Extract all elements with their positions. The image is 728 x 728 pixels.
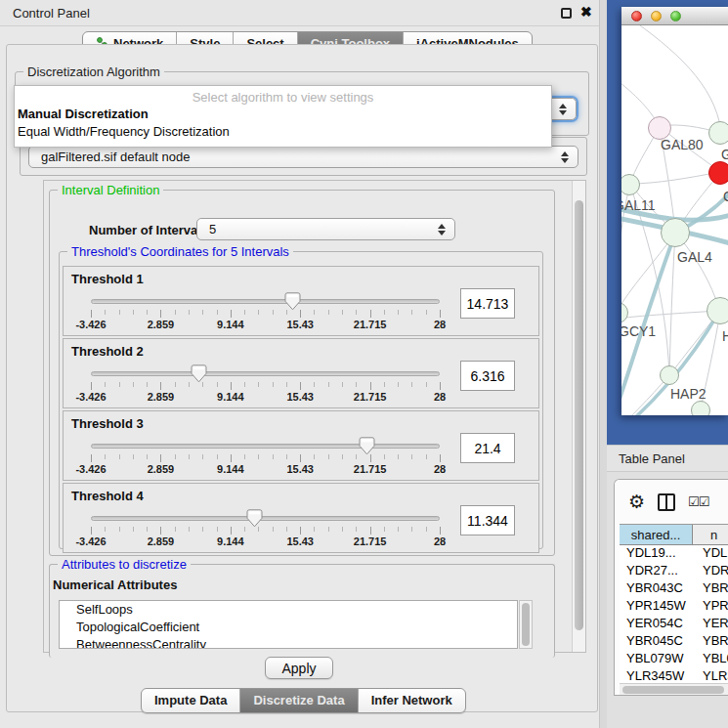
- minimize-traffic-light-icon[interactable]: [651, 11, 662, 21]
- tab-infer-network[interactable]: Infer Network: [358, 689, 465, 712]
- interval-definition-label: Interval Definition: [58, 183, 163, 197]
- discretization-algorithm-group-label: Discretization Algorithm: [23, 64, 164, 79]
- control-panel: Control Panel ✖ Network Style Select Cyn…: [0, 0, 604, 728]
- cell-name[interactable]: YLR3: [693, 668, 728, 683]
- numerical-attributes-label: Numerical Attributes: [53, 578, 177, 592]
- threshold-label: Threshold 4: [71, 489, 144, 503]
- threshold-label: Threshold 2: [71, 344, 144, 359]
- column-header-shared-name[interactable]: shared...: [620, 525, 693, 544]
- table-row[interactable]: YLR345WYLR3: [620, 668, 728, 683]
- cell-shared-name[interactable]: YBR043C: [620, 580, 693, 598]
- popup-option-equal-width-frequency[interactable]: Equal Width/Frequency Discretization: [18, 124, 230, 139]
- network-node[interactable]: [691, 401, 710, 415]
- algorithm-hint-text: Select algorithm to view settings: [15, 90, 551, 105]
- scrollbar-thumb[interactable]: [622, 686, 724, 694]
- threshold-slider-track[interactable]: [91, 444, 440, 449]
- checkbox-icons[interactable]: ☑☑: [688, 494, 708, 509]
- number-of-intervals-value: 5: [197, 222, 434, 236]
- cell-shared-name[interactable]: YPR145W: [620, 598, 693, 616]
- network-node-gal4[interactable]: [661, 218, 690, 247]
- slider-tick-labels: -3.4262.8599.14415.4321.71528: [91, 391, 440, 403]
- table-data-combobox[interactable]: galFiltered.sif default node: [28, 146, 578, 168]
- threshold-slider-track[interactable]: [91, 371, 440, 376]
- numerical-attributes-list[interactable]: SelfLoopsTopologicalCoefficientBetweenne…: [59, 600, 518, 649]
- tab-discretize-data[interactable]: Discretize Data: [239, 689, 357, 712]
- column-header-name[interactable]: n: [693, 525, 728, 544]
- threshold-slider-thumb[interactable]: [284, 292, 301, 311]
- threshold-value-field[interactable]: 11.344: [460, 505, 515, 535]
- cell-name[interactable]: YDL1: [693, 545, 728, 563]
- attributes-list-scrollbar[interactable]: [519, 600, 533, 649]
- threshold-value-field[interactable]: 21.4: [460, 433, 515, 463]
- slider-ticks: [91, 527, 440, 535]
- cell-shared-name[interactable]: YBL079W: [620, 651, 693, 668]
- slider-ticks: [91, 382, 440, 390]
- table-row[interactable]: YER054CYER0: [620, 616, 728, 633]
- attribute-list-item[interactable]: SelfLoops: [60, 601, 517, 619]
- network-canvas[interactable]: GAL80GACGAL11GAL4GCY1HHAP2: [621, 25, 728, 415]
- slider-tick-labels: -3.4262.8599.14415.4321.71528: [91, 535, 440, 547]
- cell-shared-name[interactable]: YER054C: [620, 616, 693, 633]
- network-view-window: GAL80GACGAL11GAL4GCY1HHAP2: [621, 7, 728, 415]
- slider-tick-labels: -3.4262.8599.14415.4321.71528: [91, 463, 440, 475]
- network-node-ga[interactable]: [708, 121, 728, 145]
- table-row[interactable]: YBR045CYBR0: [620, 633, 728, 651]
- settings-vertical-scrollbar[interactable]: [572, 181, 585, 652]
- threshold-slider-track[interactable]: [91, 299, 440, 304]
- network-desktop: GAL80GACGAL11GAL4GCY1HHAP2: [607, 0, 728, 445]
- table-row[interactable]: YBR043CYBR0: [620, 580, 728, 598]
- network-window-titlebar[interactable]: [621, 7, 728, 25]
- node-label: HAP2: [670, 386, 707, 402]
- scrollbar-thumb[interactable]: [575, 200, 583, 630]
- threshold-value-field[interactable]: 6.316: [460, 361, 515, 391]
- attribute-list-item[interactable]: BetweennessCentrality: [60, 636, 517, 649]
- cell-shared-name[interactable]: YDL19...: [620, 545, 693, 563]
- float-window-icon[interactable]: [561, 8, 572, 19]
- attribute-list-item[interactable]: TopologicalCoefficient: [60, 619, 517, 636]
- table-row[interactable]: YDR27...YDR2: [620, 563, 728, 580]
- stepper-icon: [434, 224, 450, 236]
- thresholds-group-label: Threshold's Coordinates for 5 Intervals: [67, 244, 293, 259]
- cell-name[interactable]: YBR0: [693, 580, 728, 598]
- cell-name[interactable]: YDR2: [693, 563, 728, 580]
- apply-button[interactable]: Apply: [265, 657, 333, 679]
- number-of-intervals-combobox[interactable]: 5: [196, 218, 455, 240]
- node-table: shared... n YDL19...YDL1YDR27...YDR2YBR0…: [620, 524, 728, 695]
- cell-shared-name[interactable]: YDR27...: [620, 563, 693, 580]
- zoom-traffic-light-icon[interactable]: [670, 11, 681, 21]
- threshold-slider-track[interactable]: [91, 516, 440, 521]
- cell-name[interactable]: YPR1: [693, 598, 728, 616]
- cell-shared-name[interactable]: YBR045C: [620, 633, 693, 651]
- node-label: GCY1: [621, 323, 656, 339]
- threshold-value-field[interactable]: 14.713: [460, 288, 515, 319]
- column-layout-icon[interactable]: [658, 493, 675, 511]
- table-row[interactable]: YPR145WYPR1: [620, 598, 728, 616]
- threshold-slider-thumb[interactable]: [246, 509, 263, 528]
- tab-impute-data[interactable]: Impute Data: [142, 689, 239, 712]
- table-row[interactable]: YBL079WYBL0: [620, 651, 728, 668]
- threshold-slider-thumb[interactable]: [359, 437, 375, 455]
- bottom-tab-bar: Impute Data Discretize Data Infer Networ…: [141, 688, 466, 713]
- cell-name[interactable]: YBR0: [693, 633, 728, 651]
- close-traffic-light-icon[interactable]: [631, 11, 642, 21]
- table-panel-title: Table Panel: [619, 451, 685, 466]
- cell-shared-name[interactable]: YLR345W: [620, 668, 693, 683]
- stepper-icon: [557, 151, 573, 163]
- cell-name[interactable]: YER0: [693, 616, 728, 633]
- close-icon[interactable]: ✖: [580, 4, 592, 20]
- node-label: GA: [721, 147, 728, 162]
- popup-option-manual-discretization[interactable]: Manual Discretization: [18, 107, 149, 121]
- gear-icon[interactable]: ⚙: [628, 492, 645, 511]
- cell-name[interactable]: YBL0: [693, 651, 728, 668]
- network-node-c[interactable]: [708, 161, 728, 185]
- table-toolbar: ⚙ ☑☑: [615, 480, 728, 524]
- threshold-panel: Threshold 2-3.4262.8599.14415.4321.71528…: [63, 338, 539, 408]
- threshold-slider-thumb[interactable]: [191, 364, 207, 383]
- network-node-hap2[interactable]: [660, 365, 679, 385]
- attributes-group: Attributes to discretize Numerical Attri…: [49, 564, 555, 658]
- table-row[interactable]: YDL19...YDL1: [620, 545, 728, 563]
- node-label: C: [723, 189, 728, 204]
- network-node-h[interactable]: [707, 297, 728, 324]
- panel-divider[interactable]: [599, 0, 607, 728]
- table-horizontal-scrollbar[interactable]: [620, 683, 728, 695]
